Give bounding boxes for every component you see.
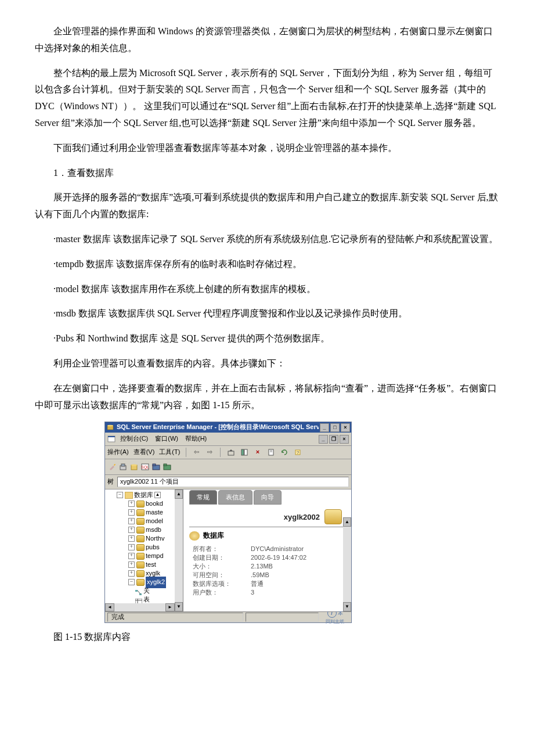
- register-icon[interactable]: [118, 463, 127, 471]
- detail-tabs: 常规 表信息 向导: [183, 492, 351, 505]
- content-area: −数据库▲ +bookd +maste +model +msdb +Northv…: [105, 489, 351, 611]
- scroll-left-button[interactable]: ◄: [105, 603, 114, 611]
- minimize-button[interactable]: _: [320, 423, 329, 432]
- paragraph: 企业管理器的操作界面和 Windows 的资源管理器类似，左侧窗口为层状的树型结…: [35, 23, 499, 57]
- heading-view-db: 1．查看数据库: [35, 165, 499, 182]
- delete-button[interactable]: ×: [253, 448, 262, 457]
- close-button[interactable]: ×: [341, 423, 350, 432]
- paragraph: 下面我们通过利用企业管理器查看数据库等基本对象，说明企业管理器的基本操作。: [35, 140, 499, 157]
- svg-point-1: [107, 425, 113, 426]
- paragraph: 整个结构的最上层为 Microsoft SQL Server，表示所有的 SQL…: [35, 65, 499, 132]
- tree-vscrollbar[interactable]: ▲ ▼: [175, 489, 183, 611]
- paragraph-pubs: ·Pubs 和 Northwind 数据库 这是 SQL Server 提供的两…: [35, 330, 499, 347]
- scroll-down-button[interactable]: ▼: [175, 602, 183, 611]
- toolbar-tools[interactable]: 工具(T): [159, 447, 180, 458]
- tree-label: 树: [107, 476, 114, 488]
- prop-users-value: 3: [251, 588, 345, 597]
- toolbar-separator: [186, 448, 186, 457]
- prop-dbopt-label: 数据库选项：: [189, 579, 251, 588]
- svg-rect-6: [244, 449, 247, 455]
- svg-rect-21: [164, 464, 167, 466]
- up-button[interactable]: [226, 448, 235, 457]
- folder2-icon[interactable]: [163, 463, 171, 471]
- paragraph: 在左侧窗口中，选择要查看的数据库，并在上面右击鼠标，将鼠标指向“查看”，进而选择…: [35, 380, 499, 414]
- svg-point-15: [131, 465, 137, 466]
- prop-created-label: 创建日期：: [189, 553, 251, 562]
- db-title: xyglk2002: [284, 510, 320, 524]
- details-pane: 常规 表信息 向导 xyglk2002 数据库 所有者：DYC\Administ…: [183, 489, 351, 611]
- sql-enterprise-window: SQL Server Enterprise Manager - [控制台根目录\…: [104, 422, 352, 623]
- menu-bar: 控制台(C) 窗口(W) 帮助(H) _ ❐ ×: [105, 433, 351, 446]
- prop-created-value: 2002-6-19 14:47:02: [251, 553, 345, 562]
- figure: SQL Server Enterprise Manager - [控制台根目录\…: [104, 422, 499, 623]
- menu-help[interactable]: 帮助(H): [185, 433, 207, 445]
- section-icon: [189, 531, 200, 541]
- folder-icon[interactable]: [151, 463, 160, 471]
- tree-hscrollbar[interactable]: ◄ ►: [105, 603, 175, 611]
- paragraph-msdb: ·msdb 数据库 该数据库供 SQL Server 代理程序调度警报和作业以及…: [35, 305, 499, 322]
- menu-console[interactable]: 控制台(C): [120, 433, 148, 445]
- back-button[interactable]: ⇦: [192, 448, 201, 457]
- window-buttons[interactable]: _ □ ×: [319, 423, 350, 432]
- svg-text:?: ?: [297, 450, 300, 455]
- list-header: xyglk2002 11 个项目: [117, 477, 349, 487]
- prop-free-value: .59MB: [251, 571, 345, 579]
- paragraph: 展开选择的服务器的“数据库”选项,可看到系统提供的数据库和用户自己建立的数据库.…: [35, 189, 499, 223]
- toolbar-1: 操作(A) 查看(V) 工具(T) ⇦ ⇨ × ?: [105, 446, 351, 459]
- mdi-minimize-button[interactable]: _: [319, 435, 328, 444]
- path-row: 树 xyglk2002 11 个项目: [105, 475, 351, 489]
- mdi-buttons[interactable]: _ ❐ ×: [317, 435, 349, 444]
- prop-free-label: 可用空间：: [189, 571, 251, 579]
- wizard-icon[interactable]: [107, 463, 116, 471]
- status-bar: 完成 i本 回到主纸: [105, 611, 351, 622]
- tree-pane[interactable]: −数据库▲ +bookd +maste +model +msdb +Northv…: [105, 489, 183, 611]
- svg-line-24: [138, 591, 140, 594]
- prop-size-label: 大小：: [189, 562, 251, 571]
- window-title: SQL Server Enterprise Manager - [控制台根目录\…: [117, 422, 319, 433]
- refresh-button[interactable]: [280, 448, 288, 457]
- tab-wizard[interactable]: 向导: [254, 490, 282, 505]
- svg-rect-4: [228, 451, 234, 455]
- paragraph-tempdb: ·tempdb 数据库 该数据库保存所有的临时表和临时存储过程。: [35, 256, 499, 273]
- title-bar[interactable]: SQL Server Enterprise Manager - [控制台根目录\…: [105, 422, 351, 433]
- scroll-up-button[interactable]: ▲: [343, 517, 351, 527]
- scroll-up-button[interactable]: ▲: [175, 489, 183, 499]
- show-hide-button[interactable]: [240, 448, 248, 457]
- svg-rect-5: [241, 449, 244, 455]
- mdi-close-button[interactable]: ×: [340, 435, 349, 444]
- db-section: 数据库 所有者：DYC\Administrator 创建日期：2002-6-19…: [189, 527, 345, 597]
- status-done: 完成: [107, 613, 243, 622]
- db-icon[interactable]: [129, 463, 138, 471]
- figure-caption: 图 1-15 数据库内容: [35, 629, 499, 646]
- paragraph-model: ·model 数据库 该数据库用作在系统上创建的所有数据库的模板。: [35, 281, 499, 298]
- toolbar-separator: [220, 448, 221, 457]
- database-icon: [324, 509, 342, 524]
- mdi-restore-button[interactable]: ❐: [329, 435, 338, 444]
- scroll-right-button[interactable]: ►: [165, 603, 175, 611]
- toolbar-action[interactable]: 操作(A): [107, 447, 129, 458]
- toolbar-view[interactable]: 查看(V): [134, 447, 155, 458]
- section-title: 数据库: [203, 530, 224, 542]
- app-icon: [106, 423, 114, 431]
- menu-window[interactable]: 窗口(W): [155, 433, 178, 445]
- details-vscrollbar[interactable]: ▲ ▼: [343, 517, 351, 611]
- svg-rect-3: [108, 436, 115, 437]
- prop-users-label: 用户数：: [189, 588, 251, 597]
- forward-button[interactable]: ⇨: [205, 448, 214, 457]
- prop-owner-value: DYC\Administrator: [251, 545, 345, 553]
- svg-rect-22: [135, 590, 138, 592]
- properties-button[interactable]: [266, 448, 275, 457]
- paragraph: 利用企业管理器可以查看数据库的内容。具体步骤如下：: [35, 355, 499, 372]
- svg-rect-19: [153, 464, 156, 466]
- scroll-down-button[interactable]: ▼: [343, 602, 351, 611]
- toolbar-2: SQL: [105, 459, 351, 475]
- help-button[interactable]: ?: [293, 448, 302, 457]
- status-mid: [246, 613, 319, 622]
- svg-rect-13: [121, 464, 125, 466]
- tab-general[interactable]: 常规: [189, 490, 217, 505]
- svg-text:SQL: SQL: [141, 465, 149, 470]
- query-icon[interactable]: SQL: [140, 463, 149, 471]
- tab-table-info[interactable]: 表信息: [218, 490, 252, 505]
- maximize-button[interactable]: □: [330, 423, 340, 432]
- paragraph-master: ·master 数据库 该数据库记录了 SQL Server 系统的所有系统级别…: [35, 231, 499, 248]
